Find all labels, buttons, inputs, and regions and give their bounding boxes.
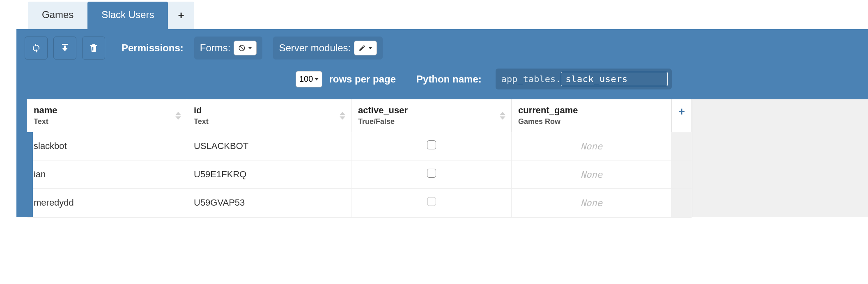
rows-per-page-label: rows per page [329, 73, 396, 85]
cell-empty [672, 189, 692, 217]
tab-games[interactable]: Games [28, 2, 87, 29]
column-header-current-game[interactable]: current_game Games Row [512, 99, 672, 132]
sort-icon[interactable] [340, 112, 345, 119]
cell-id[interactable]: USLACKBOT [187, 132, 351, 160]
tabs-bar: Games Slack Users + [28, 2, 868, 29]
python-name-box: app_tables. slack_users [496, 69, 672, 89]
tab-add[interactable]: + [168, 2, 194, 29]
column-header-name[interactable]: name Text [27, 99, 187, 132]
add-column-button[interactable]: + [672, 99, 692, 132]
column-type-label: Text [194, 117, 344, 126]
server-modules-permission-dropdown[interactable] [354, 41, 377, 55]
refresh-icon [31, 43, 41, 53]
sort-icon[interactable] [500, 112, 505, 119]
column-type-label: Text [34, 117, 180, 126]
delete-button[interactable] [82, 37, 105, 60]
download-icon [60, 43, 70, 53]
cell-current-game[interactable]: None [512, 160, 672, 189]
python-name-input[interactable]: slack_users [561, 72, 668, 86]
column-header-active-user[interactable]: active_user True/False [351, 99, 512, 132]
column-name-label: active_user [358, 105, 505, 116]
tab-slack-users[interactable]: Slack Users [87, 2, 168, 29]
cell-current-game[interactable]: None [512, 132, 672, 160]
chevron-down-icon [248, 47, 252, 49]
no-entry-icon [238, 44, 246, 52]
toolbar: Permissions: Forms: Server modules: 100 [16, 29, 868, 99]
column-name-label: current_game [518, 105, 665, 116]
cell-active-user[interactable] [351, 160, 512, 189]
cell-id[interactable]: U59E1FKRQ [187, 160, 351, 189]
cell-name[interactable]: meredydd [27, 189, 187, 217]
python-name-label: Python name: [416, 73, 482, 85]
sort-icon[interactable] [175, 112, 181, 119]
forms-permission-dropdown[interactable] [234, 41, 257, 55]
cell-active-user[interactable] [351, 132, 512, 160]
column-type-label: True/False [358, 117, 505, 126]
cell-current-game[interactable]: None [512, 189, 672, 217]
table-row[interactable]: meredyddU59GVAP53None [27, 189, 692, 217]
table-row[interactable]: slackbotUSLACKBOTNone [27, 132, 692, 160]
active-user-checkbox[interactable] [427, 140, 436, 149]
table-row[interactable]: ianU59E1FKRQNone [27, 160, 692, 189]
cell-name[interactable]: slackbot [27, 132, 187, 160]
cell-active-user[interactable] [351, 189, 512, 217]
active-user-checkbox[interactable] [427, 197, 436, 206]
data-table: name Text id Text active_user True/False [16, 99, 868, 217]
chevron-down-icon [368, 47, 372, 49]
trash-icon [89, 43, 99, 53]
column-type-label: Games Row [518, 117, 665, 126]
column-name-label: id [194, 105, 344, 116]
python-name-prefix: app_tables. [501, 74, 561, 84]
cell-empty [672, 160, 692, 189]
server-modules-label: Server modules: [279, 42, 351, 54]
forms-label: Forms: [200, 42, 231, 54]
rows-per-page-value: 100 [299, 74, 313, 84]
forms-permission-group: Forms: [194, 37, 263, 60]
plus-icon: + [678, 105, 685, 118]
plus-icon: + [178, 9, 184, 22]
cell-name[interactable]: ian [27, 160, 187, 189]
download-button[interactable] [53, 37, 76, 60]
active-user-checkbox[interactable] [427, 169, 436, 178]
column-name-label: name [34, 105, 180, 116]
rows-per-page-select[interactable]: 100 [296, 71, 322, 87]
cell-id[interactable]: U59GVAP53 [187, 189, 351, 217]
refresh-button[interactable] [25, 37, 48, 60]
column-header-id[interactable]: id Text [187, 99, 351, 132]
cell-empty [672, 132, 692, 160]
server-modules-permission-group: Server modules: [273, 37, 383, 60]
chevron-down-icon [315, 78, 319, 80]
permissions-label: Permissions: [122, 42, 184, 54]
pencil-icon [358, 44, 366, 52]
